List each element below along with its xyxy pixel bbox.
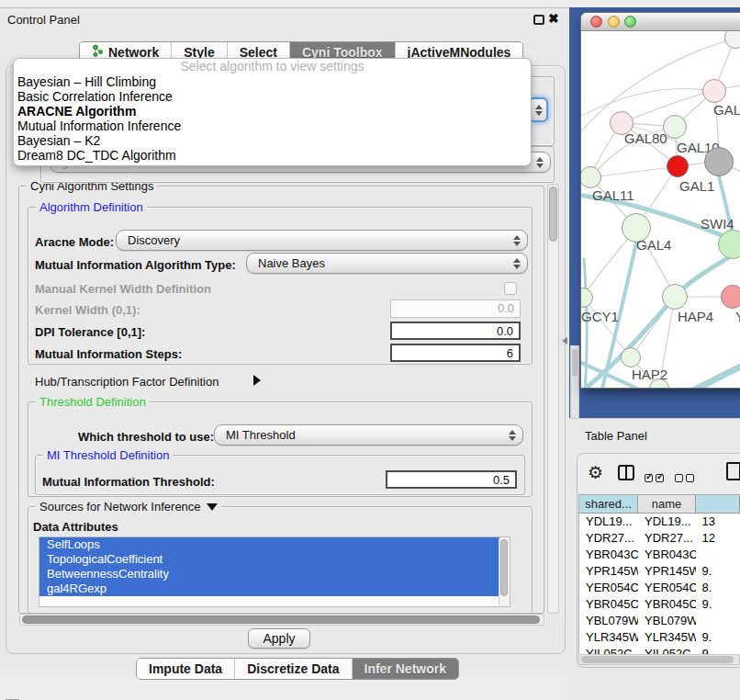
table-column-header[interactable]: name: [638, 495, 696, 514]
network-node-gal1[interactable]: [667, 155, 689, 177]
window-minimize-icon[interactable]: [608, 16, 620, 28]
window-close-icon[interactable]: [590, 16, 602, 28]
table-cell: YDR27...: [638, 530, 696, 547]
table-row[interactable]: YPR145WYPR145W9.: [579, 563, 740, 580]
settings-vertical-scrollbar-thumb[interactable]: [549, 186, 557, 242]
list-vertical-scrollbar-thumb[interactable]: [500, 539, 508, 596]
network-node-hap2[interactable]: [621, 347, 641, 367]
aracne-mode-combo[interactable]: Discovery: [116, 230, 528, 251]
data-attribute-item[interactable]: gal4RGexp: [39, 581, 500, 596]
settings-horizontal-scrollbar-thumb[interactable]: [22, 615, 540, 624]
threshold-definition-title: Threshold Definition: [36, 395, 150, 409]
network-node[interactable]: [704, 147, 734, 176]
table-body: YDL19...YDL19...13YDR27...YDR27...12YBR0…: [579, 514, 740, 654]
table-row[interactable]: YDL19...YDL19...13: [579, 514, 740, 530]
table-horizontal-scrollbar[interactable]: [578, 654, 740, 665]
node-attribute-table: shared...name YDL19...YDL19...13YDR27...…: [578, 494, 740, 654]
algorithm-option[interactable]: Mutual Information Inference: [14, 119, 531, 133]
table-cell: 9.: [696, 563, 740, 580]
algorithm-option[interactable]: Bayesian – Hill Climbing: [14, 74, 531, 89]
table-cell: YIL052C: [638, 646, 696, 654]
network-canvas[interactable]: GALGAL80GAL10GAL1GAL11SWI4GAL4GCY1HAP4YH…: [581, 31, 740, 388]
table-horizontal-scrollbar-thumb[interactable]: [581, 656, 734, 663]
mi-steps-field[interactable]: 6: [390, 344, 521, 362]
network-node-y[interactable]: [721, 285, 740, 309]
table-row[interactable]: YBL079WYBL079W: [579, 613, 740, 629]
aracne-mode-label: Aracne Mode:: [35, 235, 114, 249]
spinner-up-icon: [535, 105, 543, 109]
select-columns-icon[interactable]: [645, 469, 667, 486]
side-scrollbar-thumb[interactable]: [572, 349, 577, 377]
table-row[interactable]: YBR043CYBR043C: [579, 547, 740, 563]
network-window-titlebar[interactable]: [581, 13, 740, 31]
table-row[interactable]: YLR345WYLR345W9.: [579, 629, 740, 646]
tab-label: Impute Data: [149, 661, 222, 676]
which-threshold-value: MI Threshold: [226, 428, 506, 442]
settings-vertical-scrollbar[interactable]: [547, 184, 559, 614]
node-label: GAL80: [624, 130, 667, 146]
dpi-tolerance-field[interactable]: 0.0: [390, 322, 521, 340]
apply-button[interactable]: Apply: [248, 628, 310, 649]
data-attributes-items: SelfLoopsTopologicalCoefficientBetweenne…: [39, 537, 510, 596]
table-row[interactable]: YER054CYER054C8.: [579, 580, 740, 596]
tab-infer-network[interactable]: Infer Network: [353, 659, 458, 679]
table-cell: 9.: [696, 629, 740, 646]
table-cell: YLR345W: [638, 629, 696, 646]
algorithm-option[interactable]: Bayesian – K2: [14, 133, 531, 148]
gear-icon[interactable]: [588, 462, 603, 483]
table-cell: YDL19...: [638, 514, 696, 530]
manual-kernel-checkbox[interactable]: [504, 282, 517, 295]
kernel-width-field[interactable]: 0.0: [390, 299, 521, 318]
expander-down-icon[interactable]: [207, 503, 218, 511]
list-vertical-scrollbar[interactable]: [499, 537, 510, 606]
tab-label: Infer Network: [364, 661, 446, 676]
mi-type-combo[interactable]: Naive Bayes: [246, 253, 528, 274]
unselect-columns-icon[interactable]: [675, 469, 697, 486]
algorithm-dropdown-items: Bayesian – Hill ClimbingBasic Correlatio…: [14, 74, 531, 163]
algorithm-definition-title: Algorithm Definition: [36, 200, 147, 214]
which-threshold-combo[interactable]: MI Threshold: [214, 424, 523, 446]
data-attributes-list[interactable]: SelfLoopsTopologicalCoefficientBetweenne…: [39, 536, 510, 607]
window-zoom-icon[interactable]: [624, 16, 636, 28]
expander-right-icon[interactable]: [253, 375, 261, 386]
mi-threshold-field[interactable]: 0.5: [386, 470, 517, 489]
table-column-header[interactable]: [696, 495, 740, 514]
tab-impute-data[interactable]: Impute Data: [137, 659, 235, 679]
table-cell: YPR145W: [638, 563, 696, 580]
split-table-icon[interactable]: [618, 465, 634, 480]
table-cell: YPR145W: [579, 563, 638, 580]
spinner-icon: [510, 258, 523, 269]
network-node-gal[interactable]: [702, 79, 726, 103]
side-scrollbar[interactable]: [570, 345, 579, 418]
algorithm-option[interactable]: Basic Correlation Inference: [14, 89, 531, 104]
network-node-swi4[interactable]: [718, 230, 740, 259]
table-row[interactable]: YIL052CYIL052C9: [579, 646, 740, 654]
algorithm-option[interactable]: ARACNE Algorithm: [14, 104, 531, 119]
algorithm-option[interactable]: Dream8 DC_TDC Algorithm: [14, 148, 531, 163]
dpi-tolerance-label: DPI Tolerance [0,1]:: [35, 325, 145, 339]
table-row[interactable]: YBR045CYBR045C9.: [579, 596, 740, 613]
spinner-icon: [510, 235, 523, 246]
hub-expander-label: Hub/Transcription Factor Definition: [35, 375, 219, 389]
table-cell: YER054C: [638, 580, 696, 596]
table-cell: YBR043C: [579, 547, 638, 563]
tab-discretize-data[interactable]: Discretize Data: [235, 659, 352, 679]
algorithm-combo-focused-spinner[interactable]: [529, 97, 548, 122]
data-attribute-item[interactable]: TopologicalCoefficient: [39, 552, 500, 567]
mi-threshold-label: Mutual Information Threshold:: [42, 475, 215, 489]
network-node-hap4[interactable]: [662, 284, 688, 310]
kernel-width-label: Kernel Width (0,1):: [35, 303, 140, 317]
screen: Control Panel ✖ NetworkStyleSelectCyni T…: [0, 0, 740, 700]
panel-divider-arrow-icon[interactable]: [562, 337, 567, 344]
data-attribute-item[interactable]: BetweennessCentrality: [39, 567, 500, 581]
table-row[interactable]: YDR27...YDR27...12: [579, 530, 740, 547]
aracne-mode-value: Discovery: [128, 233, 510, 247]
close-icon[interactable]: ✖: [548, 11, 559, 26]
settings-horizontal-scrollbar[interactable]: [19, 614, 544, 626]
float-window-icon[interactable]: [533, 15, 544, 25]
table-column-header[interactable]: shared...: [579, 495, 638, 514]
new-table-icon[interactable]: [726, 462, 740, 480]
network-node-gal10[interactable]: [663, 115, 687, 139]
table-cell: YDR27...: [579, 530, 638, 547]
data-attribute-item[interactable]: SelfLoops: [39, 537, 500, 552]
